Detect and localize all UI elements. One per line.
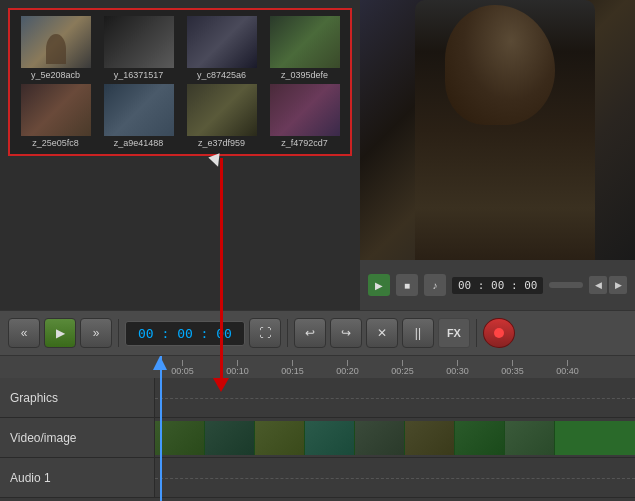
ruler-mark-3: 00:20	[320, 360, 375, 376]
video-frame-6	[405, 421, 455, 455]
graphics-label-text: Graphics	[10, 391, 58, 405]
empty-audio-line	[155, 478, 635, 479]
thumb-image-8	[270, 84, 340, 136]
cut-button[interactable]: ✕	[366, 318, 398, 348]
top-section: y_5e208acb y_16371517 y_c87425a6 z_0395d…	[0, 0, 635, 310]
progress-bar[interactable]	[549, 282, 583, 288]
ruler-mark-7: 00:40	[540, 360, 595, 376]
ruler-label: 00:30	[446, 366, 469, 376]
thumb-label-3: y_c87425a6	[197, 70, 246, 80]
media-thumb-3[interactable]: y_c87425a6	[182, 16, 261, 80]
fx-button[interactable]: FX	[438, 318, 470, 348]
audio-track-content[interactable]	[155, 458, 635, 497]
playhead[interactable]	[160, 356, 162, 501]
media-grid: y_5e208acb y_16371517 y_c87425a6 z_0395d…	[8, 8, 352, 156]
video-frame-8	[505, 421, 555, 455]
arrow-head	[213, 378, 229, 392]
video-frame-1	[155, 421, 205, 455]
graphics-track-label: Graphics	[0, 378, 155, 417]
separator-3	[476, 319, 477, 347]
thumb-image-2	[104, 16, 174, 68]
ruler-label: 00:10	[226, 366, 249, 376]
ruler-label: 00:05	[171, 366, 194, 376]
thumb-label-2: y_16371517	[114, 70, 164, 80]
fast-forward-button[interactable]: »	[80, 318, 112, 348]
video-track-label: Video/image	[0, 418, 155, 457]
separator-2	[287, 319, 288, 347]
thumb-image-5	[21, 84, 91, 136]
thumb-label-8: z_f4792cd7	[281, 138, 328, 148]
volume-button[interactable]: ♪	[424, 274, 446, 296]
next-frame-button[interactable]: ▶	[609, 276, 627, 294]
ruler-mark-4: 00:25	[375, 360, 430, 376]
audio-track: Audio 1	[0, 458, 635, 498]
thumb-label-6: z_a9e41488	[114, 138, 164, 148]
thumb-label-7: z_e37df959	[198, 138, 245, 148]
record-dot-icon	[494, 328, 504, 338]
thumb-label-5: z_25e05fc8	[32, 138, 79, 148]
stop-button[interactable]: ■	[396, 274, 418, 296]
redo-button[interactable]: ↪	[330, 318, 362, 348]
time-display: 00 : 00 : 00	[452, 277, 543, 294]
media-thumb-6[interactable]: z_a9e41488	[99, 84, 178, 148]
arrow-line	[220, 158, 223, 378]
preview-image	[360, 0, 635, 260]
play-button[interactable]: ▶	[368, 274, 390, 296]
rewind-button[interactable]: «	[8, 318, 40, 348]
video-strip	[155, 421, 635, 455]
drag-arrow-indicator	[213, 158, 229, 392]
audio-track-label: Audio 1	[0, 458, 155, 497]
ruler-mark-5: 00:30	[430, 360, 485, 376]
video-frame-3	[255, 421, 305, 455]
media-thumb-2[interactable]: y_16371517	[99, 16, 178, 80]
video-frame-2	[205, 421, 255, 455]
ruler-label: 00:20	[336, 366, 359, 376]
ruler-label: 00:40	[556, 366, 579, 376]
undo-button[interactable]: ↩	[294, 318, 326, 348]
thumb-label-1: y_5e208acb	[31, 70, 80, 80]
empty-track-line	[155, 398, 635, 399]
video-track-content[interactable]	[155, 418, 635, 457]
split-button[interactable]: ||	[402, 318, 434, 348]
media-panel: y_5e208acb y_16371517 y_c87425a6 z_0395d…	[0, 0, 360, 310]
ruler-label: 00:15	[281, 366, 304, 376]
separator-1	[118, 319, 119, 347]
fullscreen-button[interactable]: ⛶	[249, 318, 281, 348]
time-ruler: 00:05 00:10 00:15 00:20 00:25 00:30 00:3…	[0, 356, 635, 378]
thumb-image-3	[187, 16, 257, 68]
audio-label-text: Audio 1	[10, 471, 51, 485]
prev-frame-button[interactable]: ◀	[589, 276, 607, 294]
thumb-image-4	[270, 16, 340, 68]
record-button[interactable]	[483, 318, 515, 348]
ruler-mark-2: 00:15	[265, 360, 320, 376]
preview-person	[415, 0, 595, 260]
thumb-label-4: z_0395defe	[281, 70, 328, 80]
preview-panel: ▶ ■ ♪ 00 : 00 : 00 ◀ ▶	[360, 0, 635, 310]
graphics-track: Graphics	[0, 378, 635, 418]
video-track: Video/image	[0, 418, 635, 458]
media-thumb-4[interactable]: z_0395defe	[265, 16, 344, 80]
ruler-label: 00:25	[391, 366, 414, 376]
nav-buttons: ◀ ▶	[589, 276, 627, 294]
ruler-label: 00:35	[501, 366, 524, 376]
timeline-section: 00:05 00:10 00:15 00:20 00:25 00:30 00:3…	[0, 356, 635, 501]
media-thumb-5[interactable]: z_25e05fc8	[16, 84, 95, 148]
video-frame-7	[455, 421, 505, 455]
media-thumb-1[interactable]: y_5e208acb	[16, 16, 95, 80]
media-thumb-7[interactable]: z_e37df959	[182, 84, 261, 148]
video-preview-controls: ▶ ■ ♪ 00 : 00 : 00 ◀ ▶	[360, 260, 635, 310]
ruler-mark-6: 00:35	[485, 360, 540, 376]
thumb-image-6	[104, 84, 174, 136]
video-label-text: Video/image	[10, 431, 77, 445]
video-frame-4	[305, 421, 355, 455]
video-frame-5	[355, 421, 405, 455]
play-button[interactable]: ▶	[44, 318, 76, 348]
toolbar: « ▶ » 00 : 00 : 00 ⛶ ↩ ↪ ✕ || FX	[0, 310, 635, 356]
thumb-image-7	[187, 84, 257, 136]
media-thumb-8[interactable]: z_f4792cd7	[265, 84, 344, 148]
tracks-container: Graphics Video/image	[0, 378, 635, 498]
thumb-image-1	[21, 16, 91, 68]
